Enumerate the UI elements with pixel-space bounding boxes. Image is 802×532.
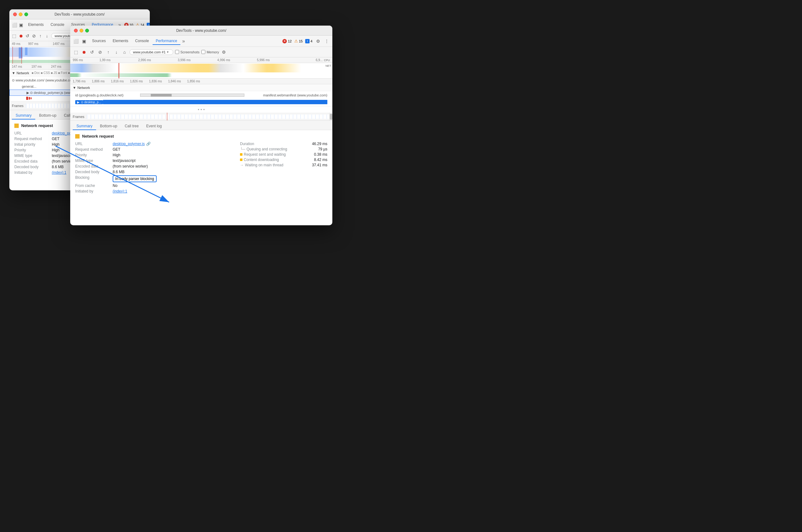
downloading-row: Content downloading 8.42 ms [240, 157, 327, 162]
tab-performance-front[interactable]: Performance [153, 37, 180, 45]
downloading-color-dot [240, 158, 243, 161]
close-button-front[interactable] [74, 29, 78, 33]
info-icon-front: ! [305, 39, 309, 43]
window-title-front: DevTools - www.youtube.com/ [176, 28, 227, 33]
queuing-row: └─ Queuing and connecting 79 µs [240, 147, 327, 151]
more-icon-front[interactable]: ⋮ [324, 38, 330, 44]
screenshots-checkbox-front[interactable]: Screenshots [175, 50, 199, 54]
scrollbar-front[interactable] [329, 113, 332, 120]
traffic-lights-back [13, 13, 28, 16]
upload-icon-back[interactable]: ↑ [38, 33, 43, 39]
tab-eventlog-front[interactable]: Event log [142, 122, 166, 130]
initiated-link-front[interactable]: (index):1 [113, 189, 127, 193]
priority-row-front: Priority High [75, 153, 234, 157]
duration-row: Duration 46.29 ms [240, 142, 327, 146]
selection-range-back [13, 47, 22, 64]
badges-front: ✕ 12 ⚠ 15 ! 4 ⚙ ⋮ [282, 38, 330, 44]
summary-two-col-front: URL desktop_polymer.js 🔗 Request method … [75, 142, 327, 195]
device-icon[interactable]: ▣ [19, 22, 23, 28]
minimize-button-front[interactable] [80, 29, 83, 33]
cancel-icon-back[interactable]: ⊘ [32, 33, 36, 39]
blocking-value-front: In-body parser blocking [113, 175, 157, 182]
inspect-icon-front[interactable]: ⬜ [73, 38, 79, 44]
tab-bottomup-front[interactable]: Bottom-up [96, 122, 121, 130]
tab-sources-front[interactable]: Sources [89, 37, 109, 45]
reload-icon-back[interactable]: ↺ [25, 33, 30, 39]
tab-calltree-front[interactable]: Call tree [121, 122, 142, 130]
tab-summary-front[interactable]: Summary [73, 122, 96, 130]
tab-elements-back[interactable]: Elements [25, 21, 47, 29]
record-bar-front: ⬚ ⏺ ↺ ⊘ ↑ ↓ ⌂ www.youtube.com #1 ▾ Scree… [70, 47, 332, 57]
maximize-button-front[interactable] [85, 29, 89, 33]
error-icon-front: ✕ [282, 39, 287, 43]
yellow-square-icon-front [75, 134, 80, 138]
reload-icon-front[interactable]: ↺ [89, 49, 95, 55]
dotted-divider-front: • • • [70, 107, 332, 113]
panel-icon-front[interactable]: ⬚ [73, 49, 79, 55]
more-tabs-icon-front[interactable]: » [181, 38, 186, 44]
settings-icon-front[interactable]: ⚙ [315, 38, 321, 44]
id-bar [140, 94, 244, 97]
record-icon-front[interactable]: ⏺ [81, 49, 87, 55]
network-section-front: ▼ Network id (googleads.g.doubleclick.ne… [70, 84, 332, 107]
section-title-back: Network request [21, 123, 53, 128]
tab-bottomup-back[interactable]: Bottom-up [35, 112, 60, 119]
network-label-front: Network [77, 86, 90, 90]
traffic-lights-front [74, 29, 89, 33]
section-title-front: Network request [82, 134, 114, 138]
cpu-timeline-label: CPU [324, 59, 330, 62]
tab-console-front[interactable]: Console [132, 37, 152, 45]
download-icon-front[interactable]: ↓ [113, 49, 119, 55]
desktop-bar-front: ▶ ⊙ desktop_p... [75, 100, 103, 104]
external-link-icon-front[interactable]: 🔗 [146, 142, 151, 146]
waiting-row: → Waiting on main thread 37.41 ms [240, 163, 327, 167]
network-header-front: ▼ Network [70, 84, 332, 91]
panel-tabs-front: Summary Bottom-up Call tree Event log [70, 121, 332, 130]
tab-elements-front[interactable]: Elements [110, 37, 131, 45]
from-cache-row-front: From cache No [75, 184, 234, 188]
tab-console-back[interactable]: Console [47, 21, 68, 29]
device-icon-front[interactable]: ▣ [81, 38, 87, 44]
window-title-back: DevTools - www.youtube.com/ [55, 12, 105, 17]
title-bar-back: DevTools - www.youtube.com/ [9, 10, 150, 19]
initiated-link-back[interactable]: (index):1 [52, 170, 66, 175]
url-dropdown-icon-front[interactable]: ▾ [167, 50, 169, 54]
net-timeline-label: NET [325, 64, 331, 68]
initiated-row-front: Initiated by (index):1 [75, 189, 234, 193]
home-icon-front[interactable]: ⌂ [121, 49, 128, 55]
url-bar-front[interactable]: www.youtube.com #1 ▾ [130, 49, 173, 55]
warning-badge-front: ⚠ 15 [294, 39, 303, 43]
inspect-icon[interactable]: ⬜ [12, 22, 17, 28]
download-icon-back[interactable]: ↓ [45, 33, 49, 39]
devtools-window-front: DevTools - www.youtube.com/ ⬜ ▣ Sources … [70, 25, 332, 225]
main-tabs-front: Sources Elements Console Performance » [89, 37, 186, 45]
panel-icon-back[interactable]: ⬚ [12, 33, 17, 39]
minimize-button-back[interactable] [19, 13, 22, 16]
summary-right-front: Duration 46.29 ms └─ Queuing and connect… [240, 142, 327, 195]
mime-row-front: MIME type text/javascript [75, 158, 234, 163]
memory-checkbox-front[interactable]: Memory [201, 50, 219, 54]
settings2-icon-front[interactable]: ⚙ [221, 49, 227, 55]
record-icon-back[interactable]: ⏺ [18, 33, 23, 39]
section-header-front: Network request [75, 134, 327, 138]
title-bar-front: DevTools - www.youtube.com/ [70, 25, 332, 36]
frames-chart-front [87, 115, 330, 119]
warning-icon-front: ⚠ [294, 39, 298, 43]
upload-icon-front[interactable]: ↑ [105, 49, 111, 55]
summary-content-front: Network request URL desktop_polymer.js 🔗… [70, 130, 332, 198]
cursor-line-front [119, 63, 119, 78]
network-row-desktop-front[interactable]: ▶ ⊙ desktop_p... [70, 99, 332, 106]
encoded-row-front: Encoded data (from service worker) [75, 164, 234, 169]
timeline-ruler-front: 996 ms 1,99 ms 2,996 ms 3,996 ms 4,996 m… [70, 57, 332, 63]
request-sent-row: Request sent and waiting 0.38 ms [240, 152, 327, 157]
network-rows-front: id (googleads.g.doubleclick.net) manifes… [70, 91, 332, 106]
url-row-front: URL desktop_polymer.js 🔗 [75, 142, 234, 146]
tab-summary-back[interactable]: Summary [12, 112, 35, 119]
close-button-back[interactable] [13, 13, 17, 16]
url-link-front[interactable]: desktop_polymer.js [113, 142, 145, 146]
yellow-square-icon-back [14, 124, 19, 128]
frames-bar-front: Frames [70, 113, 332, 121]
cancel-icon-front[interactable]: ⊘ [97, 49, 103, 55]
mini-timeline-front: NET [70, 63, 332, 79]
maximize-button-back[interactable] [24, 13, 28, 16]
